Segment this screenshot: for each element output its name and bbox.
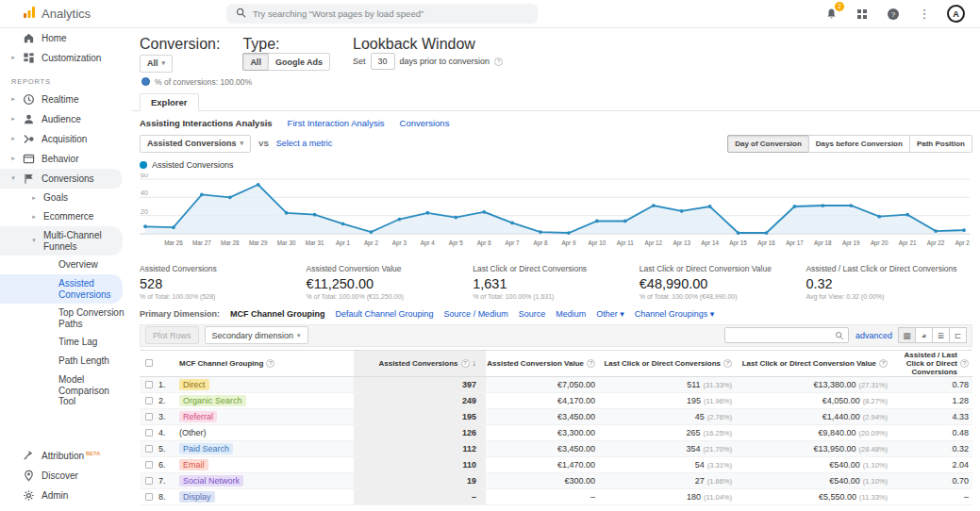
notifications-button[interactable]: 2 — [822, 6, 839, 23]
header-assisted-conversion-value[interactable]: Assisted Conversion Value? — [486, 359, 599, 368]
chevron-right-icon[interactable]: ▸ — [9, 95, 17, 103]
table-row[interactable]: 3.Referral195€3,450.0045(2.76%)€1,440.00… — [140, 409, 972, 425]
data-point[interactable] — [539, 230, 542, 234]
data-point[interactable] — [341, 222, 345, 225]
table-row[interactable]: 6.Email110€1,470.0054(3.31%)€540.00(1.10… — [140, 457, 972, 473]
table-row[interactable]: 7.Social Network19€300.0027(1.66%)€540.0… — [140, 473, 972, 489]
data-point[interactable] — [285, 210, 289, 214]
row-checkbox[interactable] — [140, 429, 158, 437]
sidebar-item-goals[interactable]: ▸Goals — [0, 189, 132, 207]
row-checkbox[interactable] — [140, 413, 158, 420]
comparison-view-icon[interactable]: ⊏ — [949, 327, 967, 343]
secondary-dimension-dropdown[interactable]: Secondary dimension ▾ — [205, 326, 308, 344]
data-point[interactable] — [482, 209, 486, 213]
sidebar-item-overview[interactable]: Overview — [0, 256, 132, 274]
row-checkbox[interactable] — [140, 477, 158, 485]
table-search-input[interactable] — [724, 327, 849, 343]
sidebar-item-audience[interactable]: ▸Audience — [0, 109, 132, 129]
chevron-right-icon[interactable]: ▸ — [9, 115, 17, 123]
data-point[interactable] — [425, 210, 429, 214]
help-icon[interactable]: ? — [266, 359, 274, 368]
sidebar-item-top-conversion-paths[interactable]: Top Conversion Paths — [0, 304, 132, 333]
apps-grid-icon[interactable] — [854, 6, 871, 23]
view-button-path-position[interactable]: Path Position — [909, 135, 972, 153]
data-point[interactable] — [877, 214, 881, 218]
row-checkbox[interactable] — [140, 461, 158, 469]
subtab-assisting-interactions-analysis[interactable]: Assisting Interactions Analysis — [140, 118, 273, 128]
search-bar[interactable]: Try searching “Worst pages by load speed… — [226, 4, 538, 24]
performance-view-icon[interactable]: ≣ — [932, 327, 950, 343]
more-menu-button[interactable]: ⋮ — [916, 6, 933, 23]
subtab-conversions[interactable]: Conversions — [400, 118, 450, 128]
percentage-view-icon[interactable]: ◕ — [915, 327, 933, 343]
help-icon[interactable]: ? — [723, 359, 732, 368]
metric-dropdown[interactable]: Assisted Conversions ▾ — [140, 135, 251, 153]
row-checkbox[interactable] — [140, 493, 158, 501]
header-assisted-conversions[interactable]: Assisted Conversions?↓ — [354, 351, 486, 377]
channel-label-referral[interactable]: Referral — [179, 411, 217, 422]
table-row[interactable]: 8.Display––180(11.04%)€5,550.00(11.33%)– — [140, 489, 972, 505]
sidebar-item-attribution[interactable]: AttributionBETA — [0, 446, 132, 466]
dimension-link-mcf-channel-grouping[interactable]: MCF Channel Grouping — [230, 309, 325, 319]
data-point[interactable] — [737, 231, 740, 235]
sidebar-item-conversions[interactable]: ▾Conversions — [0, 169, 123, 189]
data-point[interactable] — [652, 204, 656, 207]
help-icon[interactable]: ? — [879, 359, 888, 368]
sidebar-item-time-lag[interactable]: Time Lag — [0, 333, 132, 352]
data-point[interactable] — [905, 212, 909, 216]
channel-label-email[interactable]: Email — [179, 459, 208, 470]
data-point[interactable] — [370, 230, 374, 234]
help-icon[interactable]: ? — [461, 359, 470, 368]
sort-desc-icon[interactable]: ↓ — [473, 358, 477, 368]
chevron-down-icon[interactable]: ▾ — [30, 237, 38, 244]
data-point[interactable] — [765, 231, 769, 235]
dimension-link-other[interactable]: Other ▾ — [596, 309, 624, 319]
sidebar-item-home[interactable]: Home — [0, 28, 132, 48]
data-point[interactable] — [793, 205, 797, 208]
header-last-click-conversion-value[interactable]: Last Click or Direct Conversion Value? — [736, 359, 891, 368]
advanced-link[interactable]: advanced — [855, 331, 892, 340]
table-row[interactable]: 4.(Other)126€3,300.00265(16.25%)€9,840.0… — [140, 425, 972, 441]
tab-explorer[interactable]: Explorer — [140, 93, 199, 111]
data-point[interactable] — [821, 204, 824, 207]
chevron-right-icon[interactable]: ▸ — [9, 135, 17, 142]
data-point[interactable] — [708, 205, 712, 208]
data-point[interactable] — [257, 182, 260, 186]
data-point[interactable] — [567, 231, 571, 235]
sidebar-item-path-length[interactable]: Path Length — [0, 352, 132, 371]
row-checkbox[interactable] — [140, 397, 158, 404]
dimension-link-channel-groupings[interactable]: Channel Groupings ▾ — [635, 309, 715, 319]
sidebar-item-ecommerce[interactable]: ▸Ecommerce — [0, 207, 132, 226]
data-point[interactable] — [849, 204, 853, 207]
plot-rows-button[interactable]: Plot Rows — [145, 326, 199, 344]
channel-label-other[interactable]: (Other) — [179, 428, 207, 437]
data-point[interactable] — [143, 224, 147, 228]
select-metric-link[interactable]: Select a metric — [276, 139, 333, 148]
data-point[interactable] — [623, 219, 627, 223]
data-point[interactable] — [397, 217, 401, 221]
chevron-right-icon[interactable]: ▸ — [30, 194, 38, 202]
sidebar-item-model-comparison-tool[interactable]: Model Comparison Tool — [0, 371, 132, 411]
sidebar-item-admin[interactable]: Admin — [0, 486, 132, 505]
assisted-conversions-chart[interactable]: 204060Mar 26Mar 27Mar 28Mar 29Mar 30Mar … — [132, 172, 980, 256]
sidebar-item-multi-channel-funnels[interactable]: ▾Multi-Channel Funnels — [0, 226, 123, 256]
channel-label-direct[interactable]: Direct — [179, 379, 209, 390]
sidebar-item-assisted-conversions[interactable]: Assisted Conversions — [0, 274, 123, 304]
view-button-day-of-conversion[interactable]: Day of Conversion — [727, 135, 809, 153]
dimension-link-source[interactable]: Source — [519, 309, 546, 319]
sidebar-item-behavior[interactable]: ▸Behavior — [0, 149, 132, 169]
type-option-all[interactable]: All — [242, 53, 269, 71]
row-checkbox[interactable] — [140, 445, 158, 453]
header-last-click-conversions[interactable]: Last Click or Direct Conversions? — [599, 359, 736, 368]
analytics-logo[interactable]: Analytics — [0, 6, 217, 23]
data-point[interactable] — [595, 219, 599, 223]
data-point[interactable] — [228, 195, 232, 199]
view-button-days-before-conversion[interactable]: Days before Conversion — [808, 135, 910, 153]
chevron-down-icon[interactable]: ▾ — [9, 174, 17, 182]
chevron-right-icon[interactable]: ▸ — [30, 213, 38, 221]
subtab-first-interaction-analysis[interactable]: First Interaction Analysis — [288, 118, 385, 128]
type-option-google-ads[interactable]: Google Ads — [268, 53, 330, 71]
data-point[interactable] — [962, 228, 966, 232]
header-assisted-ratio[interactable]: Assisted / Last Click or Direct Conversi… — [891, 351, 972, 377]
lookback-days-input[interactable] — [371, 53, 395, 70]
